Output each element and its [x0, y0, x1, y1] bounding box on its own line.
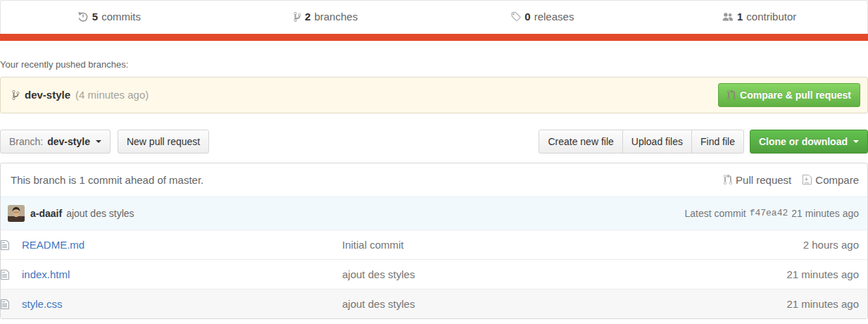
- upload-files-button[interactable]: Upload files: [622, 130, 692, 154]
- recent-branch-time: (4 minutes ago): [75, 89, 149, 101]
- diff-icon: [803, 174, 812, 185]
- language-bar[interactable]: [0, 34, 868, 41]
- git-branch-icon: [12, 89, 20, 101]
- pull-request-link[interactable]: Pull request: [724, 174, 791, 186]
- commit-count: 5: [92, 11, 98, 23]
- recent-branch-link[interactable]: dev-style: [25, 89, 70, 101]
- branch-select-current: dev-style: [47, 135, 90, 148]
- avatar[interactable]: [8, 205, 25, 222]
- file-commit-time: 21 minutes ago: [786, 298, 859, 310]
- new-pull-request-button[interactable]: New pull request: [118, 130, 209, 154]
- tag-icon: [510, 11, 521, 23]
- history-icon: [77, 11, 89, 23]
- file-table: README.md Initial commit 2 hours ago ind…: [1, 230, 867, 318]
- release-label: releases: [534, 11, 574, 23]
- upload-files-label: Upload files: [631, 135, 683, 148]
- branch-select-prefix: Branch:: [9, 135, 43, 148]
- releases-link[interactable]: 0 releases: [510, 11, 574, 23]
- release-count: 0: [524, 11, 530, 23]
- git-pull-request-icon: [724, 174, 732, 185]
- table-row: index.html ajout des styles 21 minutes a…: [1, 259, 867, 289]
- commits-link[interactable]: 5 commits: [77, 11, 141, 23]
- file-commit-message[interactable]: ajout des styles: [342, 298, 415, 310]
- branch-label: branches: [314, 11, 358, 23]
- recent-branch-banner: dev-style (4 minutes ago) Compare & pull…: [0, 77, 868, 113]
- commit-label: commits: [101, 11, 141, 23]
- compare-pull-request-label: Compare & pull request: [740, 89, 851, 101]
- table-row: README.md Initial commit 2 hours ago: [1, 230, 867, 259]
- file-actions-group: Create new file Upload files Find file: [539, 130, 744, 154]
- branches-link[interactable]: 2 branches: [294, 11, 358, 23]
- latest-commit-label: Latest commit: [685, 208, 746, 219]
- chevron-down-icon: [853, 140, 859, 143]
- file-link[interactable]: style.css: [22, 298, 63, 310]
- find-file-button[interactable]: Find file: [691, 130, 744, 154]
- file-link[interactable]: index.html: [22, 268, 70, 280]
- new-pull-request-label: New pull request: [127, 135, 200, 148]
- file-commit-message[interactable]: ajout des styles: [342, 268, 415, 280]
- latest-commit-time: 21 minutes ago: [791, 208, 859, 219]
- file-text-icon: [1, 299, 9, 310]
- stat-contributors: 1 contributor: [650, 1, 867, 34]
- create-new-file-button[interactable]: Create new file: [539, 130, 622, 154]
- git-branch-icon: [294, 11, 301, 23]
- avatar-image: [8, 205, 25, 222]
- stat-branches: 2 branches: [218, 1, 434, 34]
- commit-author-link[interactable]: a-daaif: [30, 208, 62, 219]
- contributor-count: 1: [737, 11, 743, 23]
- create-new-file-label: Create new file: [548, 135, 613, 148]
- compare-pull-request-button[interactable]: Compare & pull request: [718, 83, 860, 107]
- stat-commits: 5 commits: [1, 1, 218, 34]
- file-text-icon: [1, 269, 9, 280]
- clone-or-download-button[interactable]: Clone or download: [750, 130, 868, 154]
- branch-status-row: This branch is 1 commit ahead of master.…: [1, 163, 867, 197]
- commit-message-link[interactable]: ajout des styles: [66, 208, 134, 219]
- files-box: This branch is 1 commit ahead of master.…: [0, 163, 868, 319]
- chevron-down-icon: [96, 140, 101, 143]
- pull-request-link-label: Pull request: [736, 174, 791, 186]
- compare-link[interactable]: Compare: [803, 174, 859, 186]
- contributors-link[interactable]: 1 contributor: [722, 11, 796, 23]
- compare-link-label: Compare: [815, 174, 859, 186]
- contributor-label: contributor: [746, 11, 796, 23]
- table-row: style.css ajout des styles 21 minutes ag…: [1, 289, 867, 318]
- branch-count: 2: [305, 11, 310, 23]
- branch-select-button[interactable]: Branch: dev-style: [0, 130, 111, 154]
- stat-releases: 0 releases: [434, 1, 651, 34]
- file-text-icon: [1, 239, 9, 251]
- file-navigation-toolbar: Branch: dev-style New pull request Creat…: [0, 130, 868, 154]
- git-pull-request-icon: [727, 89, 736, 101]
- people-icon: [722, 11, 734, 23]
- branch-status-message: This branch is 1 commit ahead of master.: [11, 174, 203, 186]
- file-link[interactable]: README.md: [22, 239, 84, 251]
- file-commit-message[interactable]: Initial commit: [342, 239, 404, 251]
- latest-commit-row: a-daaif ajout des styles Latest commit f…: [1, 197, 867, 230]
- clone-or-download-label: Clone or download: [759, 135, 848, 148]
- recently-pushed-heading: Your recently pushed branches:: [0, 59, 868, 70]
- find-file-label: Find file: [700, 135, 735, 148]
- repo-summary-bar: 5 commits 2 branches 0 releases: [0, 0, 868, 34]
- commit-sha-link[interactable]: f47ea42: [750, 208, 788, 218]
- file-commit-time: 2 hours ago: [803, 239, 859, 251]
- file-commit-time: 21 minutes ago: [786, 268, 859, 280]
